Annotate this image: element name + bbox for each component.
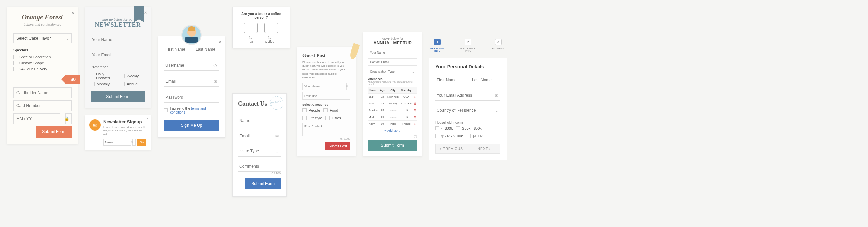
cardnumber-input[interactable] [13,100,72,111]
post-content-input[interactable] [302,123,350,136]
income-radio[interactable]: $50k - $100k [435,134,463,138]
step-personal[interactable]: 1PERSONAL INFO [429,39,446,52]
email-input[interactable] [368,58,417,66]
flavor-placeholder: Select Cake Flavor [16,36,51,41]
attendee-count: (5) [368,135,417,138]
income-label: Household Income [435,121,500,124]
income-radio[interactable]: < $30k [435,126,453,130]
submit-button[interactable]: Submit Form [368,140,417,151]
submit-button[interactable]: Submit Post [325,142,350,150]
delete-icon[interactable]: ⊖ [414,95,416,99]
tea-radio[interactable]: Tea [248,36,253,43]
password-input[interactable] [164,92,219,103]
wizard-card: 1PERSONAL INFO 2INSURANCE TYPE 3PAYMENT … [429,39,507,160]
table-row: Jessica23LondonUK⊖ [368,107,417,114]
stamp-icon: MAIL EMAIL M [269,95,284,111]
close-icon[interactable]: × [219,39,222,45]
cat-checkbox[interactable]: Lifestyle [302,116,322,120]
email-input[interactable] [91,50,145,60]
card-title: Orange Forest [13,13,72,21]
card-subtitle: bakers and confectioners [13,22,72,26]
poll-card: Are you a tea or a coffee person? Tea Co… [232,7,290,48]
guest-post-card: Guest Post Please use this form to submi… [297,47,356,156]
step-indicator: 1PERSONAL INFO 2INSURANCE TYPE 3PAYMENT [429,39,507,52]
special-checkbox[interactable]: 24-Hour Delivery [13,67,72,71]
terms-checkbox[interactable]: I agree to the terms and conditions [164,107,219,114]
email-input[interactable] [435,90,500,101]
mug-icon [264,23,278,33]
delete-icon[interactable]: ⊖ [414,115,416,119]
delete-icon[interactable]: ⊖ [414,108,416,112]
table-row: John28SydneyAustralia⊖ [368,100,417,107]
table-row: Addy19ParisFrance⊖ [368,121,417,127]
pref-checkbox[interactable]: Daily Updates [91,72,115,80]
code-icon: ‹/› [213,63,217,68]
envelope-icon: ✉ [346,85,348,88]
guest-desc: Please use this form to submit your gues… [302,60,350,79]
close-icon[interactable]: × [71,10,74,16]
cat-checkbox[interactable]: Food [323,108,338,112]
expiry-input[interactable] [13,113,60,124]
last-name-input[interactable] [471,75,500,85]
pref-checkbox[interactable]: Monthly [91,82,115,86]
close-icon[interactable]: × [146,117,149,120]
pref-checkbox[interactable]: Annual [121,82,145,86]
name-input[interactable] [302,83,344,90]
name-input[interactable] [103,139,131,146]
first-name-input[interactable] [435,75,465,85]
org-select[interactable] [368,68,417,75]
last-name-input[interactable] [194,44,219,55]
envelope-icon: ✉ [214,79,217,84]
email-input[interactable] [238,131,281,141]
ribbon-icon [134,6,144,19]
name-input[interactable] [368,49,417,56]
delete-icon[interactable]: ⊖ [414,122,416,126]
delete-icon[interactable]: ⊖ [414,102,416,105]
go-button[interactable]: Go [137,139,146,146]
envelope-icon: ✉ [275,134,279,139]
newsletter-title: NEWSLETTER [91,21,145,28]
step-insurance[interactable]: 2INSURANCE TYPE [459,39,477,52]
step-payment[interactable]: 3PAYMENT [490,39,507,50]
issue-select[interactable] [238,146,281,157]
username-input[interactable] [164,60,219,71]
pref-checkbox[interactable]: Weekly [121,72,145,80]
special-checkbox[interactable]: Custom Shape [13,61,72,65]
lock-icon: 🔒 [64,116,70,121]
coffee-radio[interactable]: Coffee [265,36,274,43]
add-more-link[interactable]: + Add More [368,129,417,132]
name-input[interactable] [91,35,145,45]
chevron-down-icon: ⌄ [495,108,498,113]
submit-button[interactable]: Submit Form [91,91,145,102]
strip-desc: Lorem ipsum dolor sit amet. In velit est… [103,126,146,136]
poll-question: Are you a tea or a coffee person? [237,12,285,19]
specials-label: Specials [13,48,72,52]
cardholder-input[interactable] [13,87,72,98]
name-input[interactable] [238,116,281,126]
prev-button[interactable]: ‹ PREVIOUS [435,144,468,154]
envelope-icon: ✉ [131,141,134,144]
post-title-input[interactable] [302,92,350,100]
cat-checkbox[interactable]: Cities [326,116,341,120]
next-button[interactable]: NEXT › [468,144,500,154]
char-counter: 0 / 1200 [302,137,350,140]
first-name-input[interactable] [164,44,189,55]
country-select[interactable] [435,105,500,116]
income-radio[interactable]: $100k + [467,134,486,138]
table-row: Jack32New YorkUSA⊖ [368,94,417,100]
attendees-label: Attendees [368,77,417,81]
panel-title: Your Personal Details [435,64,500,69]
flavor-select[interactable]: Select Cake Flavor ⌄ [13,33,72,43]
signup-button[interactable]: Sign Me Up [164,120,219,131]
comments-input[interactable] [238,161,281,172]
orange-forest-card: × Orange Forest bakers and confectioners… [7,7,78,144]
income-radio[interactable]: $30k - $50k [456,126,481,130]
submit-button[interactable]: Submit Form [36,126,72,138]
special-checkbox[interactable]: Special Decoration [13,55,72,59]
submit-button[interactable]: Submit Form [245,178,281,189]
close-icon[interactable]: × [144,10,147,16]
email-input[interactable] [164,76,219,87]
cat-checkbox[interactable]: People [302,108,320,112]
chevron-down-icon: ⌄ [412,69,415,74]
guest-title: Guest Post [302,53,350,58]
